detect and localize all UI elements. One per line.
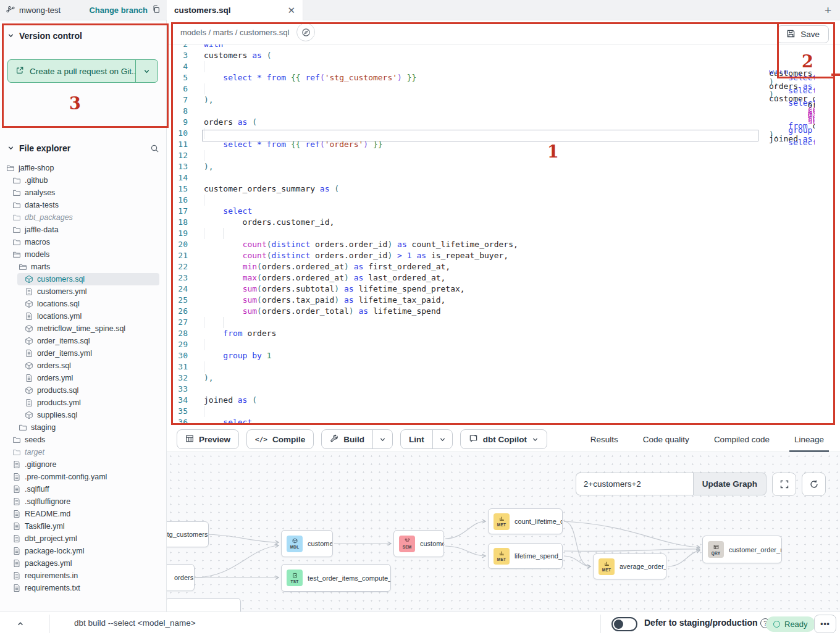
lint-caret[interactable] — [432, 430, 452, 448]
tab-compiled-code[interactable]: Compiled code — [704, 426, 779, 452]
file-tree-item-package-lock-yml[interactable]: package-lock.yml — [0, 545, 167, 557]
lineage-node-lifetime-spend-pretax[interactable]: METlifetime_spend_pretax — [488, 543, 563, 569]
lineage-node-test-order-items-compute-to-bools-[interactable]: TSTtest_order_items_compute_to_bools... — [281, 564, 391, 592]
tab-results[interactable]: Results — [581, 426, 628, 452]
mdl-badge-icon: MDL — [287, 536, 303, 552]
doc-icon — [12, 497, 21, 506]
file-tree-item-products-yml[interactable]: products.yml — [0, 397, 167, 409]
wrench-icon — [330, 434, 338, 445]
file-tree-item-dbt-packages[interactable]: dbt_packages — [0, 211, 167, 224]
file-tree-item--sqlfluff[interactable]: .sqlfluff — [0, 483, 167, 495]
file-tree-item-customers-sql[interactable]: customers.sql — [17, 273, 159, 285]
folder-icon — [19, 423, 27, 432]
lint-button[interactable]: Lint — [400, 429, 453, 449]
change-branch-link[interactable]: Change branch — [89, 6, 148, 15]
file-tree-item--sqlfluffignore[interactable]: .sqlfluffignore — [0, 495, 167, 508]
line-number: 27 — [167, 317, 196, 328]
search-icon[interactable] — [150, 144, 159, 153]
file-tree-item-label: package-lock.yml — [25, 547, 85, 555]
doc-icon — [12, 460, 21, 469]
file-tree-item-customers-yml[interactable]: customers.yml — [0, 285, 167, 298]
lineage-node-customers[interactable]: MDLcustomers — [281, 530, 333, 557]
version-control-header[interactable]: Version control — [0, 27, 167, 45]
lineage-node-orders[interactable]: orders — [167, 564, 195, 591]
file-tree-item--gitignore[interactable]: .gitignore — [0, 458, 167, 471]
update-graph-button[interactable]: Update Graph — [693, 473, 766, 495]
defer-toggle[interactable] — [611, 617, 637, 631]
build-caret[interactable] — [372, 430, 392, 448]
code-line-32: 32), — [167, 372, 840, 384]
code-line-31: 31 — [167, 361, 840, 372]
fullscreen-icon[interactable] — [772, 473, 796, 496]
lineage-node-label: orders — [174, 574, 193, 581]
create-pull-request-button[interactable]: Create a pull request on Git... — [7, 59, 158, 83]
file-tree-item-label: requirements.txt — [25, 584, 80, 592]
lineage-panel[interactable]: stg_customersordersMDLcustomersTSTtest_o… — [167, 452, 840, 612]
file-tree-item-metricflow-time-spine-sql[interactable]: metricflow_time_spine.sql — [0, 322, 167, 335]
file-tree-item-supplies-sql[interactable]: supplies.sql — [0, 409, 167, 421]
file-tree-item-macros[interactable]: macros — [0, 236, 167, 248]
file-tree-item-data-tests[interactable]: data-tests — [0, 199, 167, 211]
file-tree-item-orders-yml[interactable]: orders.yml — [0, 372, 167, 384]
editor-pane[interactable]: models / marts / customers.sql Save 2wit… — [167, 20, 840, 426]
minimap[interactable]: withcustomers as ( select * from {{ ref(… — [762, 70, 815, 151]
line-number: 28 — [167, 328, 196, 339]
preview-button[interactable]: Preview — [177, 429, 239, 449]
lineage-node-clipped[interactable] — [167, 598, 241, 612]
code-editor[interactable]: 2with3customers as (45 select * from {{ … — [167, 44, 840, 426]
more-options-button[interactable]: ••• — [814, 615, 836, 633]
model-icon — [25, 275, 33, 284]
editor-tab-customers-sql[interactable]: customers.sql ✕ — [167, 0, 303, 20]
file-tree-item-analyses[interactable]: analyses — [0, 187, 167, 199]
chevron-up-icon[interactable] — [14, 617, 27, 631]
file-explorer-header[interactable]: File explorer — [0, 139, 167, 158]
code-line-5: 5 select * from {{ ref('stg_customers') … — [167, 72, 840, 83]
close-icon[interactable]: ✕ — [287, 6, 295, 15]
lineage-node-count-lifetime-orders[interactable]: METcount_lifetime_orders — [488, 508, 563, 534]
copy-icon[interactable] — [152, 5, 161, 16]
lineage-node-average-order-value[interactable]: METaverage_order_value — [593, 553, 666, 579]
file-tree-item-requirements-in[interactable]: requirements.in — [0, 570, 167, 582]
tab-code-quality[interactable]: Code quality — [633, 426, 699, 452]
file-tree-item--github[interactable]: .github — [0, 174, 167, 187]
refresh-icon[interactable] — [802, 473, 826, 496]
file-tree-item-jaffle-shop[interactable]: jaffle-shop — [0, 162, 167, 174]
file-tree-item-order-items-sql[interactable]: order_items.sql — [0, 335, 167, 347]
lineage-node-customer-order-metrics[interactable]: QRYcustomer_order_metrics — [702, 536, 782, 563]
lineage-node-stg-customers[interactable]: stg_customers — [167, 521, 209, 547]
lineage-node-customers[interactable]: SEMcustomers — [393, 530, 444, 557]
file-tree-item-taskfile-yml[interactable]: Taskfile.yml — [0, 520, 167, 532]
file-tree-item-order-items-yml[interactable]: order_items.yml — [0, 347, 167, 360]
file-tree-item-staging[interactable]: staging — [0, 421, 167, 434]
code-line-22: 22 min(orders.ordered_at) as first_order… — [167, 261, 840, 272]
file-tree-item-readme-md[interactable]: README.md — [0, 508, 167, 520]
compile-button[interactable]: </> Compile — [246, 429, 314, 449]
file-tree-item-orders-sql[interactable]: orders.sql — [0, 360, 167, 372]
line-number: 18 — [167, 217, 196, 228]
file-tree-item-models[interactable]: models — [0, 248, 167, 261]
file-tree-item-marts[interactable]: marts — [0, 261, 167, 273]
dbt-copilot-button[interactable]: dbt Copilot — [460, 429, 547, 449]
lineage-selector-input[interactable] — [576, 473, 693, 495]
file-tree-item-dbt-project-yml[interactable]: dbt_project.yml — [0, 532, 167, 545]
file-tree-item-jaffle-data[interactable]: jaffle-data — [0, 224, 167, 236]
file-tree-item-target[interactable]: target — [0, 446, 167, 458]
save-button[interactable]: Save — [777, 25, 829, 43]
doc-icon — [25, 398, 33, 407]
file-tree-item-products-sql[interactable]: products.sql — [0, 384, 167, 397]
tab-lineage[interactable]: Lineage — [784, 426, 834, 452]
file-tree-item-packages-yml[interactable]: packages.yml — [0, 557, 167, 570]
pr-button-caret[interactable] — [135, 60, 158, 82]
file-tree-item-seeds[interactable]: seeds — [0, 434, 167, 446]
file-tree-item-requirements-txt[interactable]: requirements.txt — [0, 582, 167, 594]
line-number: 35 — [167, 406, 196, 417]
file-tree-item-label: order_items.yml — [37, 349, 92, 358]
file-tree-item--pre-commit-config-yaml[interactable]: .pre-commit-config.yaml — [0, 471, 167, 483]
new-tab-button[interactable]: + — [825, 4, 831, 17]
copilot-explain-button[interactable] — [296, 23, 315, 41]
command-input[interactable]: dbt build --select <model_name> — [74, 618, 196, 628]
build-button[interactable]: Build — [321, 429, 393, 449]
file-tree-item-locations-sql[interactable]: locations.sql — [0, 298, 167, 310]
file-tree-item-locations-yml[interactable]: locations.yml — [0, 310, 167, 322]
line-number: 31 — [167, 361, 196, 372]
